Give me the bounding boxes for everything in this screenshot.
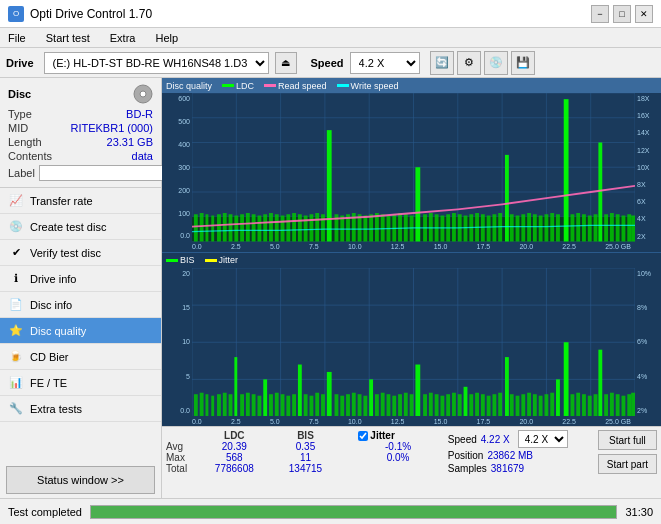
svg-rect-145 bbox=[381, 392, 385, 416]
refresh-button[interactable]: 🔄 bbox=[430, 51, 454, 75]
menu-extra[interactable]: Extra bbox=[106, 31, 140, 45]
write-speed-legend-label: Write speed bbox=[351, 81, 399, 91]
svg-rect-42 bbox=[315, 213, 319, 241]
nav-transfer-rate-label: Transfer rate bbox=[30, 195, 93, 207]
svg-rect-32 bbox=[257, 216, 261, 242]
disc-quality-icon: ⭐ bbox=[8, 323, 24, 339]
svg-rect-178 bbox=[576, 392, 580, 416]
svg-rect-56 bbox=[398, 213, 402, 241]
app-title: Opti Drive Control 1.70 bbox=[30, 7, 152, 21]
avg-ldc: 20.39 bbox=[196, 441, 273, 452]
ldc-legend-color bbox=[222, 84, 234, 87]
chart2-x-axis: 0.0 2.5 5.0 7.5 10.0 12.5 15.0 17.5 20.0… bbox=[162, 416, 661, 426]
svg-rect-44 bbox=[327, 130, 332, 241]
svg-rect-53 bbox=[381, 214, 385, 241]
svg-rect-22 bbox=[200, 213, 204, 241]
maximize-button[interactable]: □ bbox=[613, 5, 631, 23]
svg-rect-38 bbox=[292, 213, 296, 241]
drive-select[interactable]: (E:) HL-DT-ST BD-RE WH16NS48 1.D3 bbox=[44, 52, 269, 74]
svg-rect-21 bbox=[194, 214, 198, 241]
nav-cd-bier[interactable]: 🍺 CD Bier bbox=[0, 344, 161, 370]
chart2-inner: 20 15 10 5 0.0 bbox=[162, 268, 661, 417]
speed-select-dropdown[interactable]: 4.2 X bbox=[518, 430, 568, 448]
svg-rect-147 bbox=[392, 395, 396, 416]
svg-rect-70 bbox=[481, 214, 485, 241]
drive-info-icon: ℹ bbox=[8, 271, 24, 287]
nav-drive-info-label: Drive info bbox=[30, 273, 76, 285]
chart1-y-left: 600 500 400 300 200 100 0.0 bbox=[162, 93, 192, 242]
menu-start-test[interactable]: Start test bbox=[42, 31, 94, 45]
nav-disc-info-label: Disc info bbox=[30, 299, 72, 311]
nav-transfer-rate[interactable]: 📈 Transfer rate bbox=[0, 188, 161, 214]
svg-rect-75 bbox=[510, 214, 514, 241]
start-part-button[interactable]: Start part bbox=[598, 454, 657, 474]
speed-select[interactable]: 4.2 X bbox=[350, 52, 420, 74]
jitter-checkbox[interactable] bbox=[358, 431, 368, 441]
nav-create-test-disc[interactable]: 💿 Create test disc bbox=[0, 214, 161, 240]
bis-legend: BIS bbox=[166, 255, 195, 265]
disc-type-row: Type BD-R bbox=[8, 108, 153, 120]
create-test-disc-icon: 💿 bbox=[8, 219, 24, 235]
samples-value: 381679 bbox=[491, 463, 524, 474]
disc-label-label: Label bbox=[8, 167, 35, 179]
speed-label: Speed bbox=[448, 434, 477, 445]
svg-rect-76 bbox=[516, 216, 520, 242]
svg-rect-165 bbox=[498, 392, 502, 416]
svg-rect-78 bbox=[527, 213, 531, 241]
svg-rect-140 bbox=[352, 392, 356, 416]
chart2-title-bar: BIS Jitter bbox=[162, 253, 661, 268]
speed-label: Speed bbox=[311, 57, 344, 69]
chart1-inner: 600 500 400 300 200 100 0.0 bbox=[162, 93, 661, 242]
svg-rect-126 bbox=[269, 394, 273, 416]
nav-disc-quality[interactable]: ⭐ Disc quality bbox=[0, 318, 161, 344]
nav-fe-te[interactable]: 📊 FE / TE bbox=[0, 370, 161, 396]
svg-rect-113 bbox=[194, 394, 198, 416]
eject-button[interactable]: ⏏ bbox=[275, 52, 297, 74]
svg-rect-91 bbox=[604, 214, 608, 241]
disc-label-input[interactable] bbox=[39, 165, 172, 181]
svg-rect-34 bbox=[269, 213, 273, 241]
bis-legend-label: BIS bbox=[180, 255, 195, 265]
avg-bis: 0.35 bbox=[273, 441, 339, 452]
samples-label: Samples bbox=[448, 463, 487, 474]
disc-length-label: Length bbox=[8, 136, 42, 148]
close-button[interactable]: ✕ bbox=[635, 5, 653, 23]
svg-rect-28 bbox=[234, 216, 238, 242]
svg-rect-184 bbox=[610, 392, 614, 416]
svg-rect-37 bbox=[286, 214, 290, 241]
menu-file[interactable]: File bbox=[4, 31, 30, 45]
title-bar-controls: − □ ✕ bbox=[591, 5, 653, 23]
disc-contents-value: data bbox=[132, 150, 153, 162]
svg-rect-136 bbox=[327, 371, 332, 416]
svg-rect-39 bbox=[298, 214, 302, 241]
svg-rect-137 bbox=[335, 394, 339, 416]
svg-rect-172 bbox=[539, 395, 543, 416]
svg-rect-31 bbox=[252, 214, 256, 241]
nav-verify-test-disc[interactable]: ✔ Verify test disc bbox=[0, 240, 161, 266]
svg-rect-167 bbox=[510, 394, 514, 416]
nav-disc-info[interactable]: 📄 Disc info bbox=[0, 292, 161, 318]
nav-disc-quality-label: Disc quality bbox=[30, 325, 86, 337]
svg-rect-26 bbox=[223, 213, 227, 241]
menu-help[interactable]: Help bbox=[151, 31, 182, 45]
avg-label: Avg bbox=[166, 441, 196, 452]
svg-rect-142 bbox=[363, 395, 367, 416]
svg-rect-144 bbox=[375, 394, 379, 416]
svg-rect-36 bbox=[281, 216, 285, 242]
svg-rect-85 bbox=[570, 214, 574, 241]
nav-extra-tests[interactable]: 🔧 Extra tests bbox=[0, 396, 161, 422]
svg-rect-173 bbox=[544, 394, 548, 416]
svg-rect-115 bbox=[205, 394, 208, 416]
svg-rect-79 bbox=[533, 214, 537, 241]
svg-rect-143 bbox=[369, 379, 373, 416]
minimize-button[interactable]: − bbox=[591, 5, 609, 23]
svg-rect-164 bbox=[492, 394, 496, 416]
svg-rect-89 bbox=[594, 214, 598, 241]
settings-button[interactable]: ⚙ bbox=[457, 51, 481, 75]
svg-rect-131 bbox=[298, 364, 302, 416]
start-full-button[interactable]: Start full bbox=[598, 430, 657, 450]
status-window-button[interactable]: Status window >> bbox=[6, 466, 155, 494]
save-button[interactable]: 💾 bbox=[511, 51, 535, 75]
nav-drive-info[interactable]: ℹ Drive info bbox=[0, 266, 161, 292]
disc-button[interactable]: 💿 bbox=[484, 51, 508, 75]
